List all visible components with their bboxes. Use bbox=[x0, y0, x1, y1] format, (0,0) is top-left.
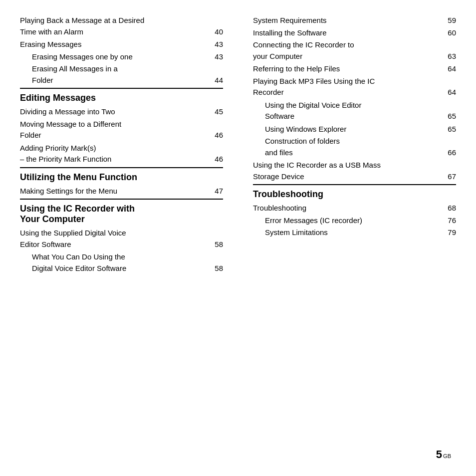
toc-page: 44 bbox=[209, 75, 223, 86]
toc-page: 65 bbox=[442, 111, 456, 122]
left-column: Playing Back a Message at a Desired Time… bbox=[20, 15, 238, 461]
toc-entry-line1: Using the IC Recorder as a USB Mass bbox=[253, 160, 456, 171]
dot-filler bbox=[341, 69, 441, 70]
toc-label: System Requirements bbox=[253, 15, 327, 26]
toc-entry-dividing: Dividing a Message into Two 45 bbox=[20, 106, 223, 118]
dot-filler bbox=[116, 112, 208, 113]
divider bbox=[20, 88, 223, 89]
toc-label: your Computer bbox=[253, 51, 302, 62]
toc-entry-line1: Playing Back MP3 Files Using the IC bbox=[253, 76, 456, 87]
dot-filler bbox=[328, 33, 441, 34]
toc-page: 40 bbox=[209, 26, 223, 38]
page: Playing Back a Message at a Desired Time… bbox=[0, 0, 476, 476]
toc-entry-line1: Playing Back a Message at a Desired bbox=[20, 15, 223, 26]
toc-label: Installing the Software bbox=[253, 27, 327, 39]
toc-entry-adding-priority: Adding Priority Mark(s) – the Priority M… bbox=[20, 143, 223, 165]
toc-page: 66 bbox=[442, 147, 456, 159]
toc-page: 45 bbox=[209, 106, 223, 118]
toc-entry-line2: Folder 46 bbox=[20, 130, 223, 141]
toc-page: 65 bbox=[442, 124, 456, 135]
toc-entry-erasing-all: Erasing All Messages in a Folder 44 bbox=[32, 63, 223, 86]
dot-filler bbox=[134, 57, 208, 58]
toc-entry-playing-back-alarm: Playing Back a Message at a Desired Time… bbox=[20, 15, 223, 37]
toc-entry-line1: Adding Priority Mark(s) bbox=[20, 143, 223, 154]
toc-label: System Limitations bbox=[265, 227, 328, 238]
toc-entry-line1: Connecting the IC Recorder to bbox=[253, 39, 456, 51]
toc-label: Using Windows Explorer bbox=[265, 124, 346, 135]
toc-entry-moving-message: Moving Message to a Different Folder 46 bbox=[20, 119, 223, 141]
toc-entry-windows-explorer: Using Windows Explorer 65 bbox=[265, 124, 456, 135]
toc-page: 60 bbox=[442, 27, 456, 39]
toc-entry-line1: Using the Digital Voice Editor bbox=[265, 100, 456, 111]
dot-filler bbox=[328, 21, 441, 21]
toc-label: Software bbox=[265, 111, 294, 122]
toc-entry-playing-mp3: Playing Back MP3 Files Using the IC Reco… bbox=[253, 76, 456, 98]
dot-filler bbox=[347, 130, 441, 130]
toc-entry-connecting-ic: Connecting the IC Recorder to your Compu… bbox=[253, 39, 456, 62]
toc-entry-referring-help: Referring to the Help Files 64 bbox=[253, 63, 456, 75]
toc-label: Erasing Messages bbox=[20, 39, 81, 50]
toc-label: Digital Voice Editor Software bbox=[32, 263, 126, 274]
dot-filler bbox=[329, 233, 441, 234]
section-header-troubleshooting: Troubleshooting bbox=[253, 189, 456, 200]
toc-page: 76 bbox=[442, 215, 456, 227]
toc-page: 58 bbox=[209, 239, 223, 250]
toc-page: 43 bbox=[209, 39, 223, 50]
toc-entry-using-dve: Using the Digital Voice Editor Software … bbox=[265, 100, 456, 122]
toc-label: and files bbox=[265, 147, 293, 159]
toc-label: – the Priority Mark Function bbox=[20, 154, 111, 165]
toc-label: Referring to the Help Files bbox=[253, 63, 340, 75]
section-header-editing: Editing Messages bbox=[20, 93, 223, 103]
toc-label: Erasing Messages one by one bbox=[32, 51, 133, 63]
toc-label: Folder bbox=[32, 75, 53, 86]
toc-entry-line2: Time with an Alarm 40 bbox=[20, 26, 223, 38]
divider bbox=[253, 184, 456, 185]
toc-entry-line1: Erasing All Messages in a bbox=[32, 63, 223, 75]
toc-entry-what-you-can-do: What You Can Do Using the Digital Voice … bbox=[32, 251, 223, 274]
toc-label: Making Settings for the Menu bbox=[20, 186, 117, 197]
dot-filler bbox=[307, 209, 441, 209]
toc-page: 47 bbox=[209, 186, 223, 197]
toc-entry-line1: Moving Message to a Different bbox=[20, 119, 223, 130]
toc-entry-line1: Construction of folders bbox=[265, 136, 456, 147]
dot-filler bbox=[118, 192, 208, 192]
toc-page: 64 bbox=[442, 63, 456, 75]
toc-page: 58 bbox=[209, 263, 223, 274]
toc-entry-error-messages: Error Messages (IC recorder) 76 bbox=[265, 215, 456, 227]
page-number: 5 bbox=[436, 448, 442, 461]
toc-page: 43 bbox=[209, 51, 223, 63]
toc-entry-line2: Recorder 64 bbox=[253, 87, 456, 98]
toc-entry-line2: and files 66 bbox=[265, 147, 456, 159]
toc-page: 46 bbox=[209, 154, 223, 165]
toc-entry-line2: – the Priority Mark Function 46 bbox=[20, 154, 223, 165]
columns: Playing Back a Message at a Desired Time… bbox=[20, 15, 456, 461]
toc-entry-erasing-one-by-one: Erasing Messages one by one 43 bbox=[32, 51, 223, 63]
section-header-ic-recorder-computer: Using the IC Recorder withYour Computer bbox=[20, 204, 223, 225]
toc-entry-system-requirements: System Requirements 59 bbox=[253, 15, 456, 26]
toc-label: Editor Software bbox=[20, 239, 71, 250]
toc-entry-line2: your Computer 63 bbox=[253, 51, 456, 62]
toc-label: Time with an Alarm bbox=[20, 26, 83, 38]
page-suffix: GB bbox=[443, 453, 451, 459]
right-column: System Requirements 59 Installing the So… bbox=[238, 15, 456, 461]
toc-label: Folder bbox=[20, 130, 41, 141]
divider bbox=[20, 199, 223, 200]
toc-entry-construction-folders: Construction of folders and files 66 bbox=[265, 136, 456, 158]
toc-label: Error Messages (IC recorder) bbox=[265, 215, 362, 227]
toc-page: 68 bbox=[442, 203, 456, 214]
dot-filler bbox=[363, 221, 441, 222]
toc-page: 64 bbox=[442, 87, 456, 98]
toc-entry-line2: Storage Device 67 bbox=[253, 171, 456, 183]
toc-entry-line2: Folder 44 bbox=[32, 75, 223, 86]
toc-page: 79 bbox=[442, 227, 456, 238]
page-number-footer: 5GB bbox=[436, 448, 451, 461]
toc-entry-erasing-messages: Erasing Messages 43 bbox=[20, 39, 223, 50]
toc-entry-line2: Digital Voice Editor Software 58 bbox=[32, 263, 223, 274]
toc-label: Recorder bbox=[253, 87, 284, 98]
toc-page: 46 bbox=[209, 130, 223, 141]
toc-page: 59 bbox=[442, 15, 456, 26]
toc-entry-using-ic-usb: Using the IC Recorder as a USB Mass Stor… bbox=[253, 160, 456, 182]
dot-filler bbox=[82, 45, 208, 45]
toc-entry-using-supplied-dve: Using the Supplied Digital Voice Editor … bbox=[20, 228, 223, 250]
toc-entry-system-limitations: System Limitations 79 bbox=[265, 227, 456, 238]
